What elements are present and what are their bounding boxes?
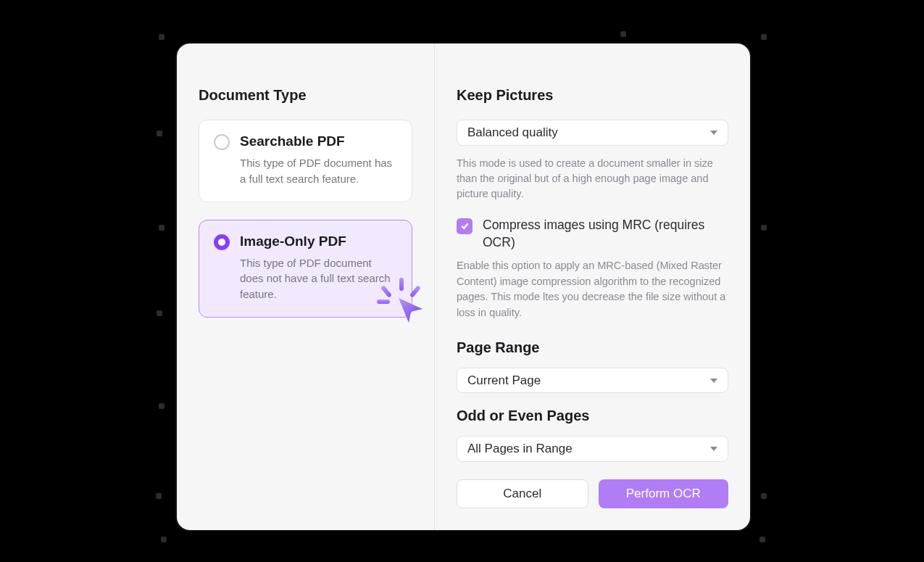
odd-even-select[interactable]: All Pages in Range bbox=[457, 436, 728, 462]
keep-pictures-help: This mode is used to create a document s… bbox=[457, 156, 728, 202]
radio-image-only-title: Image-Only PDF bbox=[240, 234, 397, 249]
radio-searchable-title: Searchable PDF bbox=[240, 133, 397, 149]
settings-pane: Keep Pictures Balanced quality This mode… bbox=[434, 44, 750, 530]
page-range-value: Current Page bbox=[467, 373, 541, 388]
compress-mrc-label: Compress images using MRC (requires OCR) bbox=[483, 217, 728, 251]
keep-pictures-title: Keep Pictures bbox=[457, 87, 728, 104]
chevron-down-icon bbox=[710, 379, 717, 383]
page-range-select[interactable]: Current Page bbox=[457, 368, 728, 394]
compress-mrc-help: Enable this option to apply an MRC-based… bbox=[457, 258, 728, 321]
radio-image-only-desc: This type of PDF document does not have … bbox=[240, 255, 397, 302]
chevron-down-icon bbox=[710, 447, 717, 451]
perform-ocr-label: Perform OCR bbox=[626, 487, 701, 501]
chevron-down-icon bbox=[710, 131, 717, 135]
radio-icon bbox=[214, 134, 230, 150]
keep-pictures-value: Balanced quality bbox=[467, 125, 558, 140]
cancel-button[interactable]: Cancel bbox=[457, 479, 588, 508]
document-type-title: Document Type bbox=[199, 87, 412, 104]
radio-image-only-pdf[interactable]: Image-Only PDF This type of PDF document… bbox=[199, 220, 412, 318]
checkbox-icon bbox=[457, 218, 473, 234]
page-range-title: Page Range bbox=[457, 339, 728, 356]
odd-even-title: Odd or Even Pages bbox=[457, 408, 728, 424]
cancel-label: Cancel bbox=[503, 487, 541, 501]
radio-icon bbox=[214, 234, 230, 250]
document-type-pane: Document Type Searchable PDF This type o… bbox=[177, 44, 434, 530]
dialog-buttons: Cancel Perform OCR bbox=[457, 462, 728, 508]
ocr-settings-dialog: Document Type Searchable PDF This type o… bbox=[175, 42, 752, 532]
radio-searchable-pdf[interactable]: Searchable PDF This type of PDF document… bbox=[199, 120, 412, 202]
compress-mrc-checkbox[interactable]: Compress images using MRC (requires OCR) bbox=[457, 217, 728, 251]
radio-searchable-desc: This type of PDF document has a full tex… bbox=[240, 155, 397, 187]
keep-pictures-select[interactable]: Balanced quality bbox=[457, 120, 728, 146]
perform-ocr-button[interactable]: Perform OCR bbox=[599, 479, 729, 508]
odd-even-value: All Pages in Range bbox=[467, 442, 573, 456]
